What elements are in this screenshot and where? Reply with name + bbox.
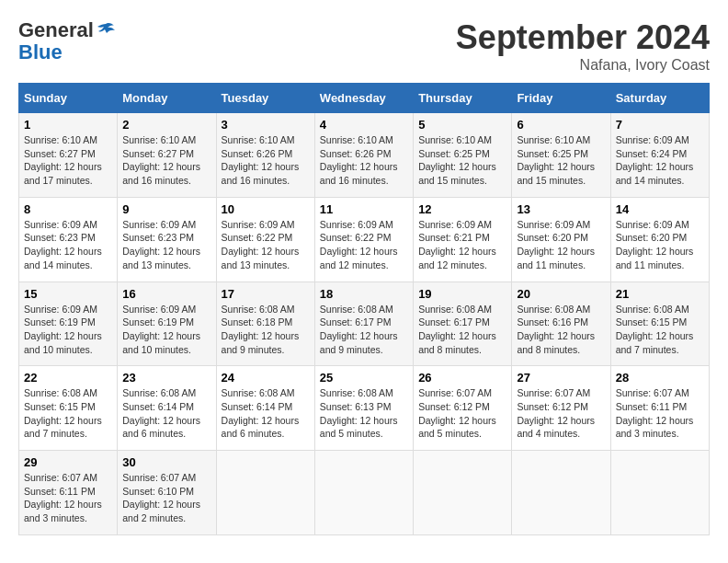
calendar-cell <box>414 451 512 535</box>
day-info: Sunrise: 6:10 AMSunset: 6:26 PMDaylight:… <box>222 134 300 186</box>
calendar-cell: 22 Sunrise: 6:08 AMSunset: 6:15 PMDaylig… <box>19 366 118 451</box>
day-number: 17 <box>222 287 310 301</box>
day-number: 19 <box>418 287 506 301</box>
weekday-header-row: SundayMondayTuesdayWednesdayThursdayFrid… <box>19 84 710 113</box>
weekday-header-friday: Friday <box>512 84 610 113</box>
day-info: Sunrise: 6:09 AMSunset: 6:20 PMDaylight:… <box>517 219 595 270</box>
day-info: Sunrise: 6:09 AMSunset: 6:21 PMDaylight:… <box>418 219 496 270</box>
day-number: 30 <box>122 455 210 469</box>
day-number: 4 <box>320 118 408 132</box>
calendar-cell: 27 Sunrise: 6:07 AMSunset: 6:12 PMDaylig… <box>512 366 610 451</box>
calendar-cell: 30 Sunrise: 6:07 AMSunset: 6:10 PMDaylig… <box>118 451 216 535</box>
calendar-cell: 11 Sunrise: 6:09 AMSunset: 6:22 PMDaylig… <box>314 197 413 282</box>
day-info: Sunrise: 6:08 AMSunset: 6:14 PMDaylight:… <box>122 387 200 439</box>
day-number: 18 <box>320 287 408 301</box>
calendar-cell: 1 Sunrise: 6:10 AMSunset: 6:27 PMDayligh… <box>19 113 118 198</box>
day-info: Sunrise: 6:08 AMSunset: 6:16 PMDaylight:… <box>517 304 595 355</box>
day-number: 1 <box>24 118 112 132</box>
day-number: 21 <box>616 287 704 301</box>
calendar-cell: 3 Sunrise: 6:10 AMSunset: 6:26 PMDayligh… <box>216 113 314 198</box>
calendar-cell: 2 Sunrise: 6:10 AMSunset: 6:27 PMDayligh… <box>118 113 216 198</box>
day-number: 11 <box>320 202 408 216</box>
day-number: 5 <box>418 118 506 132</box>
calendar-cell: 14 Sunrise: 6:09 AMSunset: 6:20 PMDaylig… <box>610 197 709 282</box>
logo-blue: Blue <box>18 42 63 63</box>
day-number: 2 <box>122 118 210 132</box>
day-info: Sunrise: 6:09 AMSunset: 6:24 PMDaylight:… <box>616 134 694 186</box>
day-info: Sunrise: 6:10 AMSunset: 6:25 PMDaylight:… <box>418 134 496 186</box>
calendar-cell: 18 Sunrise: 6:08 AMSunset: 6:17 PMDaylig… <box>314 282 413 366</box>
day-info: Sunrise: 6:08 AMSunset: 6:13 PMDaylight:… <box>320 387 398 439</box>
calendar-cell: 26 Sunrise: 6:07 AMSunset: 6:12 PMDaylig… <box>414 366 512 451</box>
day-info: Sunrise: 6:08 AMSunset: 6:15 PMDaylight:… <box>24 387 102 439</box>
calendar-cell: 12 Sunrise: 6:09 AMSunset: 6:21 PMDaylig… <box>414 197 512 282</box>
calendar-cell: 15 Sunrise: 6:09 AMSunset: 6:19 PMDaylig… <box>19 282 118 366</box>
day-info: Sunrise: 6:10 AMSunset: 6:25 PMDaylight:… <box>517 134 595 186</box>
calendar-cell: 6 Sunrise: 6:10 AMSunset: 6:25 PMDayligh… <box>512 113 610 198</box>
calendar-cell: 23 Sunrise: 6:08 AMSunset: 6:14 PMDaylig… <box>118 366 216 451</box>
day-number: 25 <box>320 371 408 385</box>
day-number: 12 <box>418 202 506 216</box>
day-info: Sunrise: 6:09 AMSunset: 6:22 PMDaylight:… <box>222 219 300 270</box>
day-number: 3 <box>222 118 310 132</box>
calendar-cell: 9 Sunrise: 6:09 AMSunset: 6:23 PMDayligh… <box>118 197 216 282</box>
day-number: 29 <box>24 455 112 469</box>
day-info: Sunrise: 6:08 AMSunset: 6:17 PMDaylight:… <box>418 304 496 355</box>
day-number: 28 <box>616 371 704 385</box>
day-info: Sunrise: 6:10 AMSunset: 6:27 PMDaylight:… <box>24 134 102 186</box>
calendar-week-row: 1 Sunrise: 6:10 AMSunset: 6:27 PMDayligh… <box>19 113 710 198</box>
day-number: 20 <box>517 287 605 301</box>
calendar-cell: 19 Sunrise: 6:08 AMSunset: 6:17 PMDaylig… <box>414 282 512 366</box>
calendar-cell <box>512 451 610 535</box>
weekday-header-tuesday: Tuesday <box>216 84 314 113</box>
weekday-header-wednesday: Wednesday <box>314 84 413 113</box>
calendar-table: SundayMondayTuesdayWednesdayThursdayFrid… <box>18 83 710 535</box>
logo: General Blue <box>18 18 116 63</box>
calendar-cell: 5 Sunrise: 6:10 AMSunset: 6:25 PMDayligh… <box>414 113 512 198</box>
day-info: Sunrise: 6:10 AMSunset: 6:26 PMDaylight:… <box>320 134 398 186</box>
month-title: September 2024 <box>456 18 710 57</box>
day-number: 26 <box>418 371 506 385</box>
day-info: Sunrise: 6:07 AMSunset: 6:11 PMDaylight:… <box>24 472 102 523</box>
weekday-header-sunday: Sunday <box>19 84 118 113</box>
day-info: Sunrise: 6:08 AMSunset: 6:17 PMDaylight:… <box>320 304 398 355</box>
weekday-header-monday: Monday <box>118 84 216 113</box>
day-info: Sunrise: 6:09 AMSunset: 6:22 PMDaylight:… <box>320 219 398 270</box>
page-header: General Blue September 2024 Nafana, Ivor… <box>18 18 710 74</box>
day-info: Sunrise: 6:07 AMSunset: 6:12 PMDaylight:… <box>418 387 496 439</box>
day-number: 15 <box>24 287 112 301</box>
calendar-cell: 16 Sunrise: 6:09 AMSunset: 6:19 PMDaylig… <box>118 282 216 366</box>
title-block: September 2024 Nafana, Ivory Coast <box>456 18 710 74</box>
calendar-cell: 8 Sunrise: 6:09 AMSunset: 6:23 PMDayligh… <box>19 197 118 282</box>
calendar-cell: 7 Sunrise: 6:09 AMSunset: 6:24 PMDayligh… <box>610 113 709 198</box>
day-number: 16 <box>122 287 210 301</box>
day-info: Sunrise: 6:07 AMSunset: 6:10 PMDaylight:… <box>122 472 200 523</box>
logo-general: General <box>18 18 94 42</box>
calendar-cell: 10 Sunrise: 6:09 AMSunset: 6:22 PMDaylig… <box>216 197 314 282</box>
day-info: Sunrise: 6:09 AMSunset: 6:20 PMDaylight:… <box>616 219 694 270</box>
calendar-cell: 13 Sunrise: 6:09 AMSunset: 6:20 PMDaylig… <box>512 197 610 282</box>
weekday-header-thursday: Thursday <box>414 84 512 113</box>
calendar-cell: 21 Sunrise: 6:08 AMSunset: 6:15 PMDaylig… <box>610 282 709 366</box>
calendar-week-row: 29 Sunrise: 6:07 AMSunset: 6:11 PMDaylig… <box>19 451 710 535</box>
calendar-cell: 20 Sunrise: 6:08 AMSunset: 6:16 PMDaylig… <box>512 282 610 366</box>
day-number: 23 <box>122 371 210 385</box>
day-info: Sunrise: 6:08 AMSunset: 6:15 PMDaylight:… <box>616 304 694 355</box>
day-info: Sunrise: 6:09 AMSunset: 6:23 PMDaylight:… <box>24 219 102 270</box>
day-info: Sunrise: 6:07 AMSunset: 6:11 PMDaylight:… <box>616 387 694 439</box>
calendar-cell: 4 Sunrise: 6:10 AMSunset: 6:26 PMDayligh… <box>314 113 413 198</box>
day-number: 7 <box>616 118 704 132</box>
day-info: Sunrise: 6:09 AMSunset: 6:19 PMDaylight:… <box>24 304 102 355</box>
day-info: Sunrise: 6:08 AMSunset: 6:18 PMDaylight:… <box>222 304 300 355</box>
calendar-cell <box>216 451 314 535</box>
weekday-header-saturday: Saturday <box>610 84 709 113</box>
calendar-cell <box>314 451 413 535</box>
calendar-cell <box>610 451 709 535</box>
day-info: Sunrise: 6:10 AMSunset: 6:27 PMDaylight:… <box>122 134 200 186</box>
day-number: 27 <box>517 371 605 385</box>
day-number: 13 <box>517 202 605 216</box>
day-info: Sunrise: 6:09 AMSunset: 6:19 PMDaylight:… <box>122 304 200 355</box>
day-number: 6 <box>517 118 605 132</box>
logo-bird-icon <box>96 22 116 39</box>
day-number: 14 <box>616 202 704 216</box>
